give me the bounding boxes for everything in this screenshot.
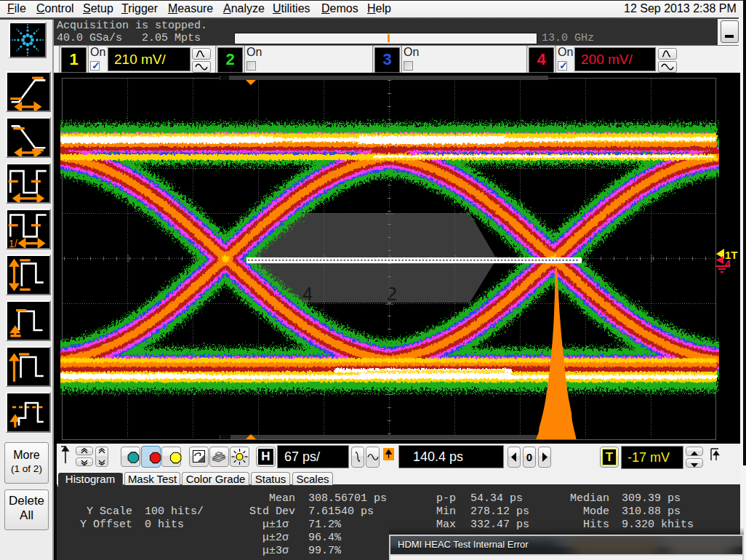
svg-text:4: 4 [725, 258, 731, 270]
svg-text:1/: 1/ [9, 238, 17, 248]
svg-text:2: 2 [387, 284, 397, 304]
